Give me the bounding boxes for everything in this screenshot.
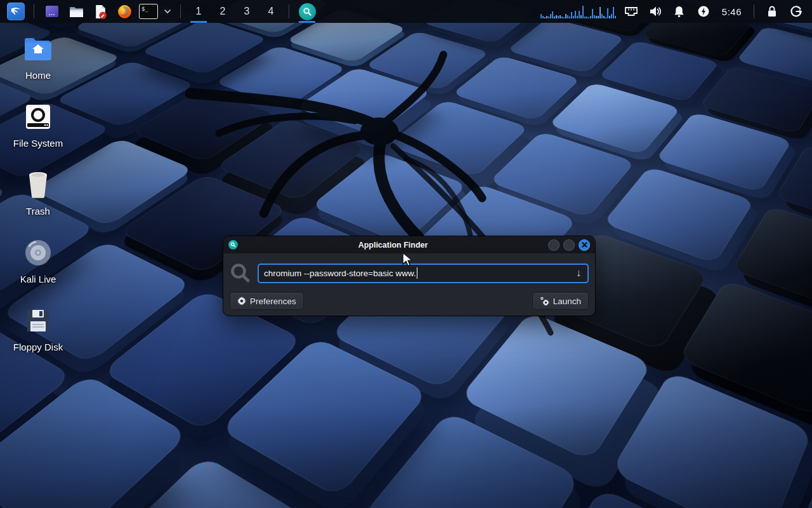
launch-label: Launch	[553, 297, 581, 306]
search-input-value: chromium --password-store=basic www.	[264, 269, 416, 278]
applications-menu-button[interactable]	[5, 0, 27, 23]
power-manager-tray-button[interactable]	[693, 0, 714, 23]
close-button[interactable]	[579, 239, 590, 251]
desktop-icon-label: Kali Live	[20, 274, 56, 284]
search-icon	[230, 242, 236, 248]
launch-gears-icon	[540, 297, 549, 306]
cpu-graph[interactable]	[540, 3, 618, 20]
desktop-icon-trash[interactable]: Trash	[3, 166, 73, 234]
chevron-down-icon	[164, 9, 171, 14]
workspace-2-label: 2	[220, 6, 226, 17]
application-finder-taskbar-button[interactable]	[296, 0, 318, 23]
notifications-tray-button[interactable]	[669, 0, 690, 23]
search-input[interactable]: chromium --password-store=basic www. ↓	[258, 264, 589, 283]
workspace-4-button[interactable]: 4	[260, 0, 282, 23]
folder-icon	[69, 4, 84, 20]
kali-logo-icon	[10, 5, 22, 18]
floppy-disk-icon	[25, 307, 51, 334]
home-folder-icon	[23, 36, 53, 62]
logout-icon	[790, 5, 802, 18]
desktop-icon-home[interactable]: Home	[3, 30, 73, 98]
workspace-3-label: 3	[244, 6, 250, 17]
search-icon-large	[230, 262, 251, 284]
workspace-3-button[interactable]: 3	[236, 0, 258, 23]
workspace-2-button[interactable]: 2	[212, 0, 233, 23]
preferences-label: Preferences	[250, 297, 296, 306]
panel-separator	[34, 4, 34, 18]
top-panel: $_ 1 2 3 4	[0, 0, 812, 23]
bell-icon	[673, 5, 685, 18]
volume-tray-button[interactable]	[645, 0, 666, 23]
desktop-icon-kali-live[interactable]: Kali Live	[3, 234, 73, 302]
text-editor-launcher[interactable]	[89, 0, 111, 23]
purple-window-icon	[44, 4, 60, 19]
history-dropdown-arrow[interactable]: ↓	[575, 268, 582, 278]
desktop-icon-file-system[interactable]: File System	[3, 98, 73, 166]
desktop-icon-column: Home File System Trash	[3, 30, 73, 370]
launch-button[interactable]: Launch	[532, 292, 589, 310]
window-title: Application Finder	[238, 241, 548, 250]
cdrom-disc-icon	[24, 239, 52, 267]
desktop-icon-label: File System	[13, 138, 63, 149]
minimize-button[interactable]	[548, 239, 560, 251]
titlebar[interactable]: Application Finder	[223, 236, 595, 253]
lock-screen-button[interactable]	[761, 0, 783, 23]
logout-button[interactable]	[785, 0, 807, 23]
terminal-dropdown-button[interactable]	[162, 0, 173, 23]
ethernet-icon	[624, 6, 638, 17]
document-edit-icon	[93, 4, 108, 20]
speaker-icon	[648, 5, 662, 18]
desktop-icon-label: Floppy Disk	[13, 342, 63, 352]
close-icon	[582, 242, 587, 248]
trash-bin-icon	[25, 171, 51, 199]
desktop-icon-floppy-disk[interactable]: Floppy Disk	[3, 302, 73, 370]
clock[interactable]: 5:46	[717, 6, 747, 17]
panel-separator	[180, 4, 181, 18]
firefox-launcher[interactable]	[114, 0, 135, 23]
panel-separator	[289, 4, 289, 18]
lock-icon	[766, 5, 778, 18]
window-launcher[interactable]	[41, 0, 63, 23]
workspace-1-button[interactable]: 1	[188, 0, 209, 23]
maximize-button[interactable]	[563, 239, 575, 251]
workspace-4-label: 4	[268, 6, 274, 17]
workspace-1-label: 1	[196, 6, 202, 17]
panel-separator	[754, 4, 754, 18]
text-caret	[417, 267, 418, 279]
network-tray-button[interactable]	[620, 0, 642, 23]
terminal-icon: $_	[139, 4, 158, 19]
finder-body: chromium --password-store=basic www. ↓	[223, 253, 595, 284]
gear-icon	[237, 297, 246, 305]
application-finder-window: Application Finder chromium --password-s…	[223, 236, 595, 316]
window-icon	[228, 240, 238, 250]
hard-drive-icon	[25, 104, 51, 130]
desktop-icon-label: Trash	[26, 206, 50, 217]
search-icon	[303, 7, 312, 17]
firefox-icon	[117, 4, 133, 20]
preferences-button[interactable]: Preferences	[230, 292, 304, 310]
power-bolt-icon	[697, 5, 710, 18]
terminal-launcher[interactable]: $_	[138, 0, 159, 23]
desktop-icon-label: Home	[25, 70, 51, 81]
finder-footer: Preferences Launch	[223, 284, 595, 310]
file-manager-launcher[interactable]	[65, 0, 87, 23]
